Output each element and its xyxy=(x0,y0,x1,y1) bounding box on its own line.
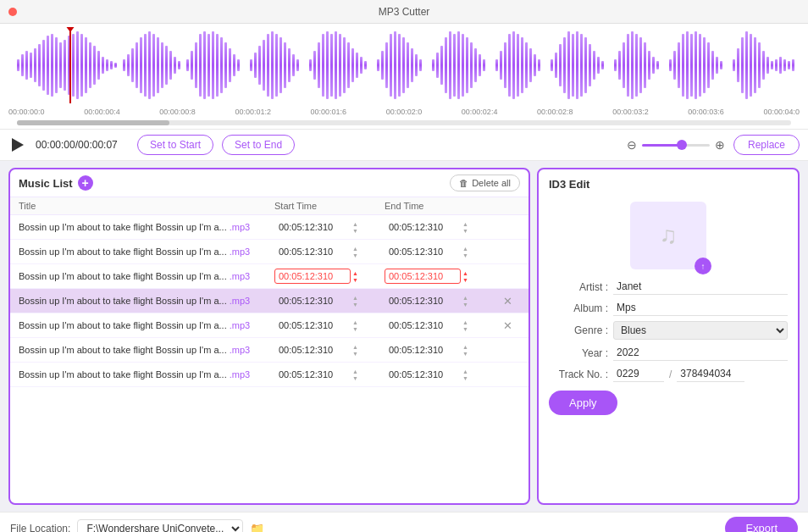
svg-rect-46 xyxy=(220,37,223,93)
track-total-input[interactable] xyxy=(677,366,744,382)
spin-up[interactable]: ▲ xyxy=(462,221,468,227)
zoom-out-icon[interactable]: ⊖ xyxy=(627,138,637,152)
end-time-spinners[interactable]: ▲ ▼ xyxy=(462,270,468,283)
spin-down[interactable]: ▼ xyxy=(462,252,468,258)
add-music-button[interactable]: + xyxy=(78,175,93,191)
spin-up[interactable]: ▲ xyxy=(462,369,468,374)
spin-up[interactable]: ▲ xyxy=(352,369,358,374)
set-to-start-button[interactable]: Set to Start xyxy=(137,135,213,155)
album-input[interactable] xyxy=(613,300,788,316)
end-time-spinners[interactable]: ▲ ▼ xyxy=(462,246,468,258)
end-time-value[interactable]: 00:05:12:310 xyxy=(385,219,461,235)
end-time-spinners[interactable]: ▲ ▼ xyxy=(462,344,468,357)
spin-down[interactable]: ▼ xyxy=(352,277,358,283)
start-time-spinners[interactable]: ▲ ▼ xyxy=(352,344,358,357)
year-input[interactable] xyxy=(613,345,788,361)
start-time-value[interactable]: 00:05:12:310 xyxy=(274,318,351,333)
start-time-spinners[interactable]: ▲ ▼ xyxy=(352,295,358,308)
timeline-marker: 00:00:02:8 xyxy=(537,108,573,116)
spin-down[interactable]: ▼ xyxy=(462,277,468,283)
spin-down[interactable]: ▼ xyxy=(352,375,358,381)
start-time-spinners[interactable]: ▲ ▼ xyxy=(352,221,358,234)
svg-rect-97 xyxy=(470,42,473,88)
start-time-spinners[interactable]: ▲ ▼ xyxy=(352,319,358,332)
svg-rect-129 xyxy=(631,31,634,99)
upload-art-button[interactable]: ↑ xyxy=(695,258,711,274)
start-time-value[interactable]: 00:05:12:310 xyxy=(274,269,351,284)
start-time-spinners[interactable]: ▲ ▼ xyxy=(352,246,358,258)
spin-down[interactable]: ▼ xyxy=(352,228,358,234)
start-time-value[interactable]: 00:05:12:310 xyxy=(274,219,351,235)
play-button[interactable] xyxy=(8,136,27,154)
start-time-value[interactable]: 00:05:12:310 xyxy=(274,367,351,382)
svg-rect-22 xyxy=(110,61,113,69)
spin-down[interactable]: ▼ xyxy=(462,228,468,234)
end-time-value[interactable]: 00:05:12:310 xyxy=(385,367,461,382)
start-time-spinners[interactable]: ▲ ▼ xyxy=(352,270,358,283)
end-time-spinners[interactable]: ▲ ▼ xyxy=(462,221,468,234)
spin-down[interactable]: ▼ xyxy=(462,375,468,381)
export-button[interactable]: Export xyxy=(725,517,798,532)
spin-up[interactable]: ▲ xyxy=(462,246,468,252)
spin-down[interactable]: ▼ xyxy=(462,326,468,332)
svg-rect-118 xyxy=(576,31,578,99)
svg-rect-43 xyxy=(208,34,210,97)
replace-button[interactable]: Replace xyxy=(733,135,800,155)
row-title: Bossin up I'm about to take flight Bossi… xyxy=(19,320,274,330)
spin-up[interactable]: ▲ xyxy=(462,319,468,325)
row-delete-button[interactable]: ✕ xyxy=(495,319,520,332)
track-number-input[interactable] xyxy=(613,366,664,382)
svg-rect-45 xyxy=(216,34,219,97)
spin-up[interactable]: ▲ xyxy=(352,319,358,325)
end-time-value[interactable]: 00:05:12:310 xyxy=(385,318,461,333)
end-time-value[interactable]: 00:05:12:310 xyxy=(385,293,461,308)
waveform-scrollbar[interactable] xyxy=(17,120,791,125)
set-to-end-button[interactable]: Set to End xyxy=(222,135,295,155)
row-delete-button[interactable]: ✕ xyxy=(495,295,520,308)
spin-down[interactable]: ▼ xyxy=(352,302,358,308)
upload-icon: ↑ xyxy=(701,262,706,271)
end-time-value[interactable]: 00:05:12:310 xyxy=(385,244,461,259)
zoom-slider[interactable] xyxy=(642,144,710,147)
spin-up[interactable]: ▲ xyxy=(352,221,358,227)
playhead[interactable] xyxy=(69,27,71,103)
artist-input[interactable] xyxy=(613,279,788,295)
svg-rect-39 xyxy=(191,51,193,80)
folder-icon[interactable]: 📁 xyxy=(250,522,264,533)
end-time-value[interactable]: 00:05:12:310 xyxy=(385,269,461,284)
start-time-value[interactable]: 00:05:12:310 xyxy=(274,293,351,308)
spin-up[interactable]: ▲ xyxy=(352,246,358,252)
spin-down[interactable]: ▼ xyxy=(352,252,358,258)
delete-all-button[interactable]: 🗑 Delete all xyxy=(450,175,520,191)
spin-down[interactable]: ▼ xyxy=(462,351,468,357)
end-time-cell: 00:05:12:310 ▲ ▼ xyxy=(385,244,495,259)
spin-up[interactable]: ▲ xyxy=(352,270,358,276)
spin-up[interactable]: ▲ xyxy=(352,344,358,350)
apply-button[interactable]: Apply xyxy=(549,391,617,415)
end-time-spinners[interactable]: ▲ ▼ xyxy=(462,319,468,332)
start-time-spinners[interactable]: ▲ ▼ xyxy=(352,369,358,381)
spin-up[interactable]: ▲ xyxy=(462,344,468,350)
scrollbar-thumb[interactable] xyxy=(17,120,169,125)
zoom-in-icon[interactable]: ⊕ xyxy=(715,138,725,152)
waveform-container[interactable] xyxy=(8,27,800,103)
genre-select[interactable]: Blues Rock Pop Jazz Classical xyxy=(613,321,788,340)
spin-down[interactable]: ▼ xyxy=(352,351,358,357)
spin-up[interactable]: ▲ xyxy=(462,270,468,276)
spin-down[interactable]: ▼ xyxy=(352,326,358,332)
close-dot[interactable] xyxy=(8,8,17,16)
end-time-spinners[interactable]: ▲ ▼ xyxy=(462,295,468,308)
file-location-select[interactable]: F:\Wondershare UniConvete... xyxy=(77,519,243,533)
spin-up[interactable]: ▲ xyxy=(462,295,468,301)
timeline-marker: 00:00:02:4 xyxy=(462,108,498,116)
end-time-value[interactable]: 00:05:12:310 xyxy=(385,342,461,357)
start-time-value[interactable]: 00:05:12:310 xyxy=(274,342,351,357)
svg-rect-34 xyxy=(165,46,168,85)
svg-rect-5 xyxy=(38,44,41,86)
end-time-spinners[interactable]: ▲ ▼ xyxy=(462,369,468,381)
spin-down[interactable]: ▼ xyxy=(462,302,468,308)
svg-rect-122 xyxy=(593,51,595,80)
svg-rect-119 xyxy=(580,34,583,97)
start-time-value[interactable]: 00:05:12:310 xyxy=(274,244,351,259)
spin-up[interactable]: ▲ xyxy=(352,295,358,301)
